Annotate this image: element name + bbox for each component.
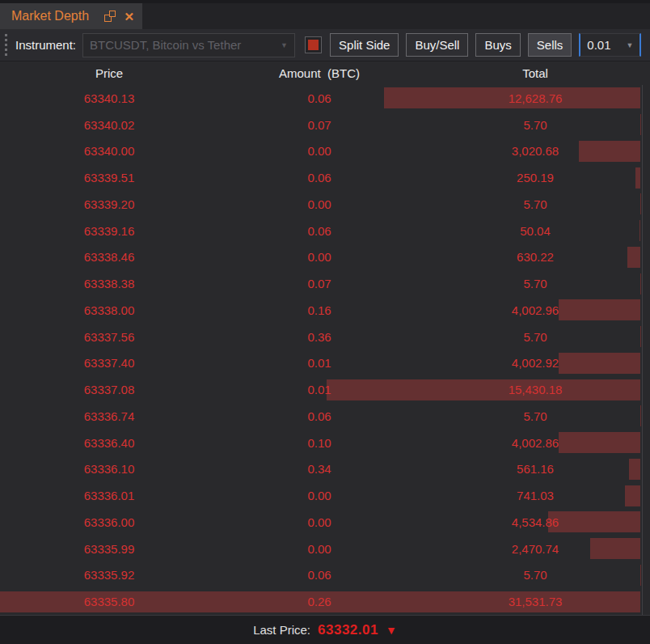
color-swatch-checkbox[interactable] (305, 36, 322, 53)
total-cell: 15,430.18 (420, 383, 650, 396)
total-cell: 5.70 (420, 330, 650, 344)
depth-row[interactable]: 63339.160.0650.04 (0, 218, 650, 244)
depth-row[interactable]: 63335.990.002,470.74 (0, 536, 650, 562)
price-cell: 63339.51 (0, 171, 218, 184)
amount-cell: 0.34 (218, 462, 420, 476)
amount-cell: 0.10 (218, 436, 420, 450)
amount-cell: 0.06 (218, 568, 420, 582)
depth-row[interactable]: 63340.130.0612,628.76 (0, 85, 650, 112)
depth-row[interactable]: 63339.510.06250.19 (0, 164, 650, 191)
toolbar: Instrument: BTCUSDT, Bitcoin vs Tether ▼… (0, 29, 650, 61)
price-cell: 63336.10 (0, 462, 218, 476)
price-cell: 63339.16 (0, 224, 218, 238)
total-cell: 250.19 (420, 171, 650, 184)
last-price-label: Last Price: (253, 623, 310, 637)
instrument-select[interactable]: BTCUSDT, Bitcoin vs Tether ▼ (82, 33, 295, 57)
amount-cell: 0.26 (218, 595, 420, 608)
depth-row[interactable]: 63339.200.005.70 (0, 191, 650, 218)
amount-cell: 0.00 (218, 250, 420, 264)
price-cell: 63335.92 (0, 568, 218, 582)
amount-cell: 0.00 (218, 515, 420, 529)
total-cell: 4,002.86 (420, 436, 650, 450)
depth-row[interactable]: 63335.920.065.70 (0, 562, 650, 589)
amount-cell: 0.06 (218, 171, 420, 184)
amount-cell: 0.00 (218, 489, 420, 502)
total-cell: 4,002.96 (420, 303, 650, 317)
total-cell: 5.70 (420, 277, 650, 290)
depth-row[interactable]: 63335.800.2631,531.73 (0, 588, 650, 615)
close-icon[interactable]: ✕ (124, 11, 134, 23)
price-cell: 63335.80 (0, 595, 218, 608)
total-cell: 2,470.74 (420, 542, 650, 556)
price-cell: 63336.40 (0, 436, 218, 450)
chevron-down-icon: ▼ (619, 41, 633, 49)
drag-handle-icon[interactable] (5, 34, 7, 56)
amount-cell: 0.01 (218, 383, 420, 396)
buys-button[interactable]: Buys (475, 33, 520, 57)
last-price-value: 63332.01 (318, 622, 378, 638)
total-cell: 630.22 (420, 250, 650, 264)
market-depth-window: Market Depth ✕ Instrument: BTCUSDT, Bitc… (0, 0, 650, 644)
depth-row[interactable]: 63338.000.164,002.96 (0, 297, 650, 324)
amount-cell: 0.07 (218, 277, 420, 290)
depth-row[interactable]: 63336.010.00741.03 (0, 482, 650, 509)
total-cell: 5.70 (420, 409, 650, 423)
total-cell: 3,020.68 (420, 144, 650, 158)
price-cell: 63337.40 (0, 356, 218, 370)
depth-row[interactable]: 63340.020.075.70 (0, 112, 650, 138)
depth-row[interactable]: 63337.560.365.70 (0, 324, 650, 350)
total-cell: 50.04 (420, 224, 650, 238)
instrument-label: Instrument: (15, 38, 76, 52)
tab-market-depth[interactable]: Market Depth ✕ (0, 3, 142, 29)
price-cell: 63338.38 (0, 277, 218, 290)
red-swatch (308, 40, 319, 50)
depth-row[interactable]: 63337.400.014,002.92 (0, 350, 650, 377)
total-cell: 5.70 (420, 118, 650, 132)
tab-title: Market Depth (11, 9, 96, 23)
depth-row[interactable]: 63337.080.0115,430.18 (0, 376, 650, 403)
column-header-price: Price (0, 66, 218, 80)
amount-cell: 0.00 (218, 197, 420, 211)
depth-row[interactable]: 63336.400.104,002.86 (0, 430, 650, 456)
total-cell: 561.16 (420, 462, 650, 476)
price-cell: 63340.13 (0, 91, 218, 105)
total-cell: 31,531.73 (420, 595, 650, 608)
interval-select[interactable]: 0.01 ▼ (579, 33, 641, 57)
column-header-amount: Amount (BTC) (218, 66, 420, 80)
tab-bar: Market Depth ✕ (0, 0, 650, 29)
depth-row[interactable]: 63336.000.004,534.86 (0, 509, 650, 536)
price-cell: 63339.20 (0, 197, 218, 211)
total-cell: 4,002.92 (420, 356, 650, 370)
total-cell: 741.03 (420, 489, 650, 502)
amount-cell: 0.06 (218, 409, 420, 423)
price-cell: 63335.99 (0, 542, 218, 556)
amount-cell: 0.06 (218, 91, 420, 105)
price-cell: 63340.00 (0, 144, 218, 158)
price-cell: 63336.00 (0, 515, 218, 529)
depth-row[interactable]: 63340.000.003,020.68 (0, 138, 650, 165)
instrument-value: BTCUSDT, Bitcoin vs Tether (90, 38, 241, 52)
price-cell: 63337.56 (0, 330, 218, 344)
depth-row[interactable]: 63338.460.00630.22 (0, 244, 650, 271)
sells-button[interactable]: Sells (528, 33, 572, 57)
price-cell: 63337.08 (0, 383, 218, 396)
total-cell: 5.70 (420, 568, 650, 582)
depth-table: Price Amount (BTC) Total 63340.130.0612,… (0, 61, 650, 615)
amount-cell: 0.07 (218, 118, 420, 132)
amount-cell: 0.01 (218, 356, 420, 370)
price-cell: 63336.01 (0, 489, 218, 502)
depth-rows: 63340.130.0612,628.7663340.020.075.70633… (0, 85, 650, 615)
status-bar: Last Price: 63332.01 ▼ (0, 615, 650, 644)
total-cell: 5.70 (420, 197, 650, 211)
price-cell: 63340.02 (0, 118, 218, 132)
depth-row[interactable]: 63338.380.075.70 (0, 270, 650, 297)
depth-row[interactable]: 63336.740.065.70 (0, 403, 650, 430)
price-down-icon: ▼ (386, 624, 397, 637)
buy-sell-button[interactable]: Buy/Sell (406, 33, 468, 57)
depth-row[interactable]: 63336.100.34561.16 (0, 456, 650, 483)
total-cell: 4,534.86 (420, 515, 650, 529)
popout-window-icon[interactable] (104, 11, 116, 22)
total-cell: 12,628.76 (420, 91, 650, 105)
split-side-button[interactable]: Split Side (330, 33, 399, 57)
amount-cell: 0.36 (218, 330, 420, 344)
